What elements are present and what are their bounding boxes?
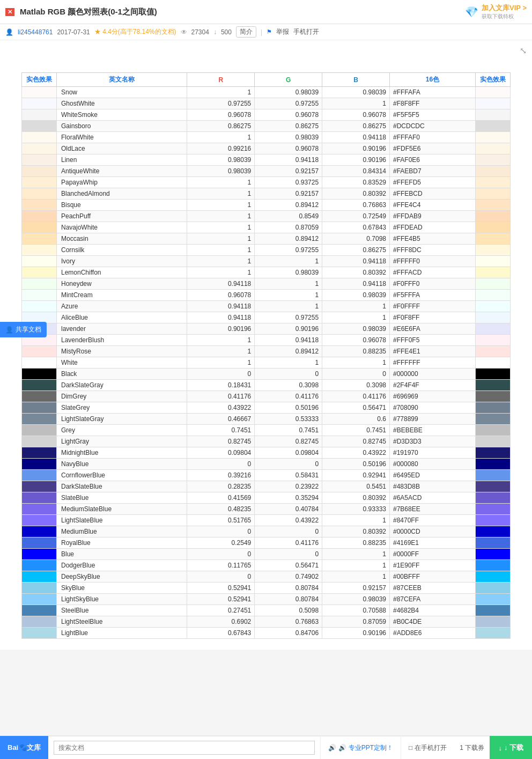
color-b: 0.96078 <box>322 335 390 346</box>
color-r: 0.52941 <box>187 594 255 605</box>
color-swatch-right <box>476 414 511 425</box>
ppt-btn[interactable]: 🔊 🔊 专业PPT定制！ <box>320 736 401 759</box>
color-hex: #FFDAB9 <box>390 211 476 222</box>
share-sidebar[interactable]: 👤 共享文档 <box>0 322 47 337</box>
color-hex: #B0C4DE <box>390 616 476 628</box>
color-name: Linen <box>57 154 187 166</box>
color-g: 0.43922 <box>255 515 322 526</box>
intro-btn[interactable]: 简介 <box>236 26 256 38</box>
color-name: DarkSlateGray <box>57 380 187 391</box>
color-swatch-left <box>22 222 57 233</box>
color-g: 0.89412 <box>255 233 322 245</box>
color-hex: #FFE4E1 <box>390 346 476 357</box>
color-swatch-left <box>22 481 57 492</box>
table-row: Cornsilk10.972550.86275#FFF8DC <box>22 245 511 256</box>
download-button[interactable]: ↓ ↓ 下载 <box>490 736 532 759</box>
color-b: 0.6 <box>322 414 390 425</box>
username[interactable]: li245448761 <box>18 28 53 36</box>
color-r: 0.99216 <box>187 143 255 154</box>
color-g: 0.97255 <box>255 312 322 323</box>
table-row: Black000#000000 <box>22 369 511 380</box>
color-swatch-right <box>476 87 511 98</box>
coupon-text: 1 下载券 <box>454 743 490 753</box>
color-name: Azure <box>57 301 187 312</box>
color-g: 1 <box>255 256 322 267</box>
color-name: LemonChiffon <box>57 267 187 278</box>
color-name: FloralWhite <box>57 132 187 143</box>
color-hex: #F5F5F5 <box>390 109 476 121</box>
phone-open-btn[interactable]: 手机打开 <box>293 27 319 36</box>
color-swatch-left <box>22 425 57 436</box>
color-g: 0.89412 <box>255 200 322 211</box>
color-swatch-right <box>476 278 511 290</box>
table-row: Grey0.74510.74510.7451#BEBEBE <box>22 425 511 436</box>
color-swatch-left <box>22 278 57 290</box>
phone-btn[interactable]: □ 在手机打开 <box>401 736 454 759</box>
table-row: White111#FFFFFF <box>22 357 511 369</box>
color-name: MediumBlue <box>57 526 187 537</box>
search-input[interactable] <box>54 741 315 755</box>
color-r: 0.46667 <box>187 414 255 425</box>
color-g: 0.09804 <box>255 447 322 459</box>
color-r: 1 <box>187 188 255 200</box>
color-b: 0.87059 <box>322 616 390 628</box>
report-icon: ⚑ <box>267 28 272 35</box>
color-r: 0 <box>187 549 255 560</box>
color-g: 0.8549 <box>255 211 322 222</box>
color-g: 1 <box>255 301 322 312</box>
color-name: Ivory <box>57 256 187 267</box>
color-swatch-right <box>476 267 511 278</box>
color-swatch-left <box>22 211 57 222</box>
color-swatch-left <box>22 143 57 154</box>
color-r: 1 <box>187 267 255 278</box>
table-row: SteelBlue0.274510.50980.70588#4682B4 <box>22 605 511 616</box>
color-swatch-left <box>22 177 57 188</box>
table-row: CornflowerBlue0.392160.584310.92941#6495… <box>22 470 511 481</box>
page-title: Matlab RGB 颜色对照表(0-1之间取值) <box>20 7 157 17</box>
color-hex: #778899 <box>390 414 476 425</box>
color-swatch-left <box>22 166 57 177</box>
color-swatch-left <box>22 301 57 312</box>
color-b: 0.88235 <box>322 537 390 549</box>
color-b: 0.94118 <box>322 278 390 290</box>
color-hex: #FFEBCD <box>390 188 476 200</box>
color-hex: #7B68EE <box>390 504 476 515</box>
color-r: 1 <box>187 87 255 98</box>
doc-page: 实色效果 英文名称 R G B 16色 实色效果 Snow10.980390.9… <box>0 62 532 650</box>
color-hex: #F0FFFF <box>390 301 476 312</box>
color-name: WhiteSmoke <box>57 109 187 121</box>
color-b: 0.86275 <box>322 121 390 132</box>
color-g: 0.53333 <box>255 414 322 425</box>
color-g: 0.5098 <box>255 605 322 616</box>
color-name: Black <box>57 369 187 380</box>
color-name: Grey <box>57 425 187 436</box>
color-name: LightGray <box>57 436 187 447</box>
color-b: 0.80392 <box>322 267 390 278</box>
color-swatch-left <box>22 549 57 560</box>
table-row: lavender0.901960.901960.98039#E6E6FA <box>22 323 511 335</box>
color-g: 0.90196 <box>255 323 322 335</box>
header-swatch1: 实色效果 <box>22 73 57 87</box>
report-btn[interactable]: 举报 <box>276 27 289 36</box>
vip-icon: 💎 <box>465 5 478 18</box>
color-swatch-right <box>476 447 511 459</box>
color-g: 0.92157 <box>255 166 322 177</box>
color-b: 0.7451 <box>322 425 390 436</box>
color-name: NavajoWhite <box>57 222 187 233</box>
table-row: Linen0.980390.941180.90196#FAF0E6 <box>22 154 511 166</box>
color-hex: #E6E6FA <box>390 323 476 335</box>
header-r: R <box>187 73 255 87</box>
expand-icon[interactable]: ⤡ <box>520 46 527 56</box>
color-hex: #DCDCDC <box>390 121 476 132</box>
color-r: 0 <box>187 571 255 583</box>
vip-label[interactable]: 加入文库VIP > <box>482 3 527 13</box>
color-swatch-right <box>476 492 511 504</box>
title-bar: ✕ Matlab RGB 颜色对照表(0-1之间取值) 💎 加入文库VIP > … <box>0 0 532 24</box>
close-icon[interactable]: ✕ <box>5 8 14 16</box>
table-row: LightSlateGray0.466670.533330.6#778899 <box>22 414 511 425</box>
color-b: 0.86275 <box>322 245 390 256</box>
table-row: Azure0.9411811#F0FFFF <box>22 301 511 312</box>
color-swatch-right <box>476 605 511 616</box>
color-g: 0.80784 <box>255 594 322 605</box>
color-r: 1 <box>187 132 255 143</box>
